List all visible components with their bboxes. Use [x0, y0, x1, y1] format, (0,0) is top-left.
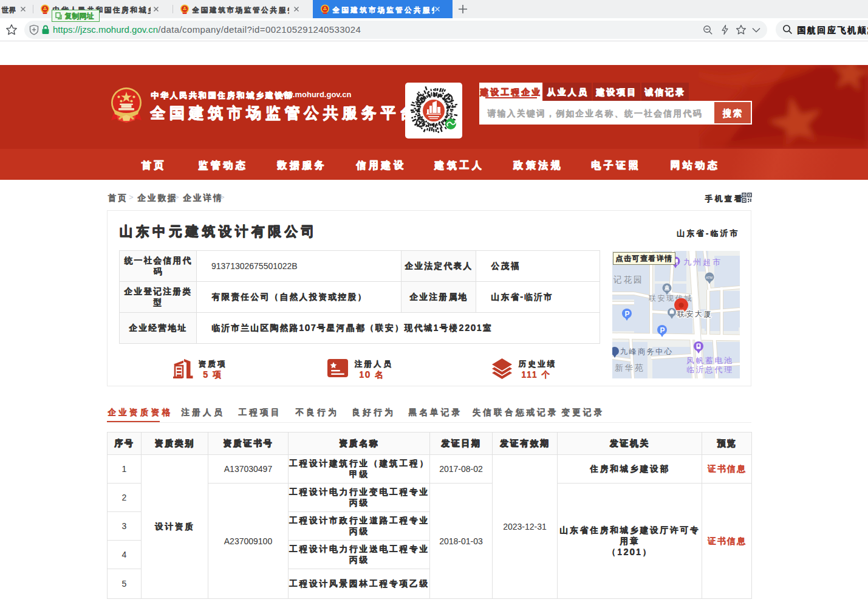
svg-text:九州超市: 九州超市 — [683, 258, 722, 267]
svg-text:九峰商务中心: 九峰商务中心 — [620, 347, 673, 356]
svg-text:P: P — [660, 326, 665, 335]
svg-text:联安大厦: 联安大厦 — [677, 310, 713, 318]
svg-text:P: P — [625, 310, 630, 318]
svg-text:新华苑: 新华苑 — [615, 363, 645, 372]
svg-text:风帆蓄电池: 风帆蓄电池 — [686, 356, 734, 365]
svg-text:记花园: 记花园 — [613, 275, 644, 284]
svg-text:ATM: ATM — [706, 276, 713, 279]
svg-text:临沂总代理: 临沂总代理 — [686, 365, 734, 374]
